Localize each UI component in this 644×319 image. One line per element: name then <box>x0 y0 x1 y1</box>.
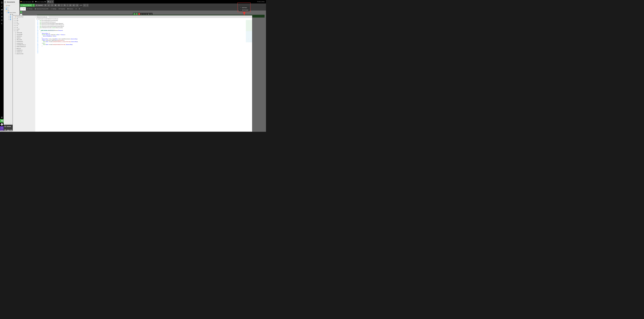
svg-point-25 <box>74 5 74 6</box>
symfony-icon[interactable]: sf <box>0 116 4 119</box>
file-tree-dir[interactable]: ⊕web <box>13 30 35 32</box>
reload-button[interactable] <box>51 4 54 7</box>
tree-home[interactable]: 🏠Home <box>4 4 20 6</box>
arrow-annotation <box>243 12 246 16</box>
collapse-icon[interactable]: → <box>18 1 19 2</box>
file-tree-dir[interactable]: ⊕.git <box>13 18 35 19</box>
info-button[interactable] <box>57 4 60 7</box>
file-tree-dir[interactable]: ⊕app <box>13 19 35 21</box>
svg-point-38 <box>59 8 59 9</box>
tree-title[interactable]: 🖨️title <box>4 14 20 15</box>
subtab-versions[interactable]: Versions <box>66 7 74 11</box>
subtab-bookmark[interactable] <box>74 7 78 11</box>
tab-demo-catalog[interactable]: 📖Demo-Catalog× <box>34 0 47 4</box>
subtab-settings[interactable]: Settings <box>50 7 57 11</box>
save-publish-dropdown[interactable] <box>32 4 35 7</box>
svg-line-30 <box>77 5 77 6</box>
svg-rect-1 <box>2 9 2 10</box>
delete-button[interactable] <box>44 4 47 7</box>
svg-point-6 <box>1 20 2 20</box>
svg-rect-12 <box>4 126 6 127</box>
translate-button[interactable] <box>63 4 66 7</box>
chat-badge: 3 <box>2 120 3 121</box>
svg-point-21 <box>56 5 56 6</box>
svg-text:PDF: PDF <box>35 9 36 9</box>
close-icon[interactable]: × <box>32 1 34 2</box>
subtab-preview[interactable]: Preview <box>26 7 34 11</box>
subtab-genpdf[interactable]: PDFGenerate & Preview PDF <box>34 7 50 11</box>
file-tree-file[interactable]: .env.example <box>13 34 35 35</box>
svg-point-9 <box>2 124 2 124</box>
edit-action-item[interactable]: Edit Action <box>239 6 250 9</box>
edit-template-item[interactable]: Edit Template <box>239 9 250 11</box>
file-tree-file[interactable]: .editorconfig <box>13 32 35 33</box>
preview-button[interactable] <box>72 4 75 7</box>
file-tree-dir[interactable]: ⊕bin <box>13 21 35 23</box>
brand-logo: PIMCORE <box>257 1 265 2</box>
file-tree-file[interactable]: .php_cs.dist <box>13 39 35 40</box>
tools-icon[interactable] <box>0 4 4 8</box>
svg-rect-41 <box>68 8 68 9</box>
svg-point-5 <box>2 17 2 17</box>
subtab-edit[interactable]: Edit <box>20 7 26 11</box>
svg-point-13 <box>5 126 5 126</box>
file-tree-root[interactable]: 🏠Document Root <box>13 16 35 18</box>
close-icon[interactable]: × <box>44 1 46 2</box>
file-tree-dir[interactable]: ⊕vendor <box>13 28 35 30</box>
code-button[interactable] <box>83 4 86 7</box>
file-tree-file[interactable]: manifest.yml <box>13 51 35 53</box>
canvas-add-button[interactable]: + <box>20 11 22 13</box>
share-button[interactable] <box>76 4 79 7</box>
file-tree-dir[interactable]: ⊕src <box>13 25 35 26</box>
code-content[interactable]: use Pimcore\Model\Document\Hardlink;use … <box>39 20 246 132</box>
chat-icon[interactable]: 3 <box>0 119 4 123</box>
close-icon[interactable]: × <box>52 1 53 2</box>
subtab-notes[interactable] <box>78 7 81 11</box>
editor-tab[interactable]: Web2printController.php× <box>36 16 49 18</box>
file-tree-file[interactable]: CONTRIBUTING.md <box>13 44 35 46</box>
close-icon[interactable]: × <box>48 16 49 17</box>
target-button[interactable] <box>54 4 57 7</box>
file-tree-file[interactable]: .gitignore <box>13 37 35 38</box>
file-tree: 🏠Document Root ⊕.git⊕app⊕bin⊕dump⊕src⊕va… <box>13 16 35 132</box>
file-tree-file[interactable]: composer.json <box>13 40 35 42</box>
tree-de[interactable]: ⊕de <box>4 8 20 10</box>
file-explorer: 🏠Document Root ⊕.git⊕app⊕bin⊕dump⊕src⊕va… <box>12 15 252 132</box>
rename-button[interactable] <box>47 4 50 7</box>
file-tree-dir[interactable]: ⊕var <box>13 26 35 28</box>
file-tree-dir[interactable]: ⊕dump <box>13 23 35 25</box>
svg-point-40 <box>59 9 59 9</box>
svg-rect-42 <box>68 8 68 9</box>
logout-icon[interactable] <box>0 126 4 130</box>
translate-dropdown[interactable] <box>66 4 68 7</box>
file-tree-file[interactable]: gpl-3.0.txt <box>13 48 35 49</box>
tab-title[interactable]: 🖨️title× <box>47 0 54 4</box>
file-path: /src/AppBundle/Controller/Web2printContr… <box>35 18 252 20</box>
file-tree-file[interactable]: docker-compose.yml <box>13 46 35 48</box>
file-tree-file[interactable]: composer.lock <box>13 42 35 44</box>
save-publish-button[interactable]: SAVE & PUBLISH <box>20 4 32 7</box>
user-avatar[interactable] <box>0 123 4 126</box>
svg-point-3 <box>2 13 2 13</box>
subtab-properties[interactable]: Properties <box>58 7 66 11</box>
file-tree-file[interactable]: phpunit.xml.dist <box>13 53 35 54</box>
tree-en[interactable]: ⊕en <box>4 6 20 8</box>
file-icon[interactable] <box>0 1 4 4</box>
svg-rect-0 <box>1 10 2 10</box>
search-icon[interactable] <box>0 22 4 26</box>
file-tree-file[interactable]: .gitattributes <box>13 35 35 37</box>
tree-print[interactable]: −📁print <box>4 10 20 12</box>
unpublish-button[interactable]: Unpublish <box>35 4 44 7</box>
minimap[interactable] <box>246 20 252 132</box>
info-dropdown[interactable] <box>61 4 63 7</box>
cart-icon[interactable] <box>0 15 4 18</box>
tree-demo-catalog[interactable]: −Demo-Catalog <box>4 12 20 14</box>
tab-server-file-explorer[interactable]: 📁Server File Explorer× <box>20 0 34 4</box>
chart-icon[interactable] <box>0 8 4 12</box>
code-dropdown[interactable] <box>86 4 88 7</box>
open-button[interactable] <box>69 4 72 7</box>
settings-icon[interactable] <box>0 12 4 15</box>
users-icon[interactable] <box>0 18 4 22</box>
svg-rect-15 <box>5 130 6 130</box>
file-tree-file[interactable]: LICENSE.md <box>13 49 35 51</box>
